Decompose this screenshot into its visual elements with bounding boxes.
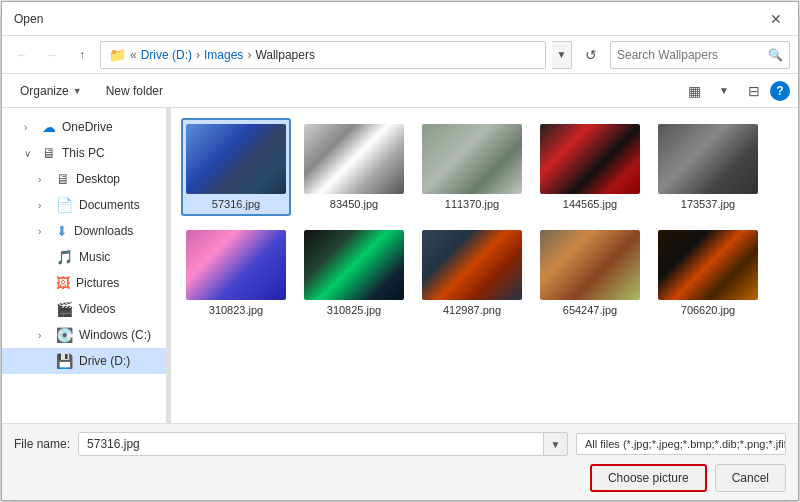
file-thumbnail-706620 — [658, 230, 758, 300]
address-bar: ← → ↑ 📁 « Drive (D:) › Images › Wallpape… — [2, 36, 798, 74]
sidebar-label-thispc: This PC — [62, 146, 105, 160]
breadcrumb-dropdown-button[interactable]: ▼ — [552, 41, 572, 69]
pane-button[interactable]: ⊟ — [740, 78, 768, 104]
file-thumbnail-57316 — [186, 124, 286, 194]
filename-input-wrapper: ▼ — [78, 432, 568, 456]
file-thumbnail-144565 — [540, 124, 640, 194]
file-thumbnail-111370 — [422, 124, 522, 194]
file-thumbnail-310823 — [186, 230, 286, 300]
sidebar-item-videos[interactable]: › 🎬 Videos — [2, 296, 166, 322]
search-icon: 🔍 — [768, 48, 783, 62]
expand-arrow-onedrive: › — [24, 122, 36, 133]
breadcrumb[interactable]: 📁 « Drive (D:) › Images › Wallpapers — [100, 41, 546, 69]
view-dropdown-button[interactable]: ▼ — [710, 78, 738, 104]
sidebar-label-music: Music — [79, 250, 110, 264]
expand-arrow-thispc: ∨ — [24, 148, 36, 159]
view-buttons: ▦ ▼ ⊟ ? — [680, 78, 790, 104]
sidebar-item-documents[interactable]: › 📄 Documents — [2, 192, 166, 218]
videos-icon: 🎬 — [56, 301, 73, 317]
sidebar-label-pictures: Pictures — [76, 276, 119, 290]
sidebar-label-downloads: Downloads — [74, 224, 133, 238]
file-item-654247[interactable]: 654247.jpg — [535, 224, 645, 322]
file-label-310825: 310825.jpg — [327, 304, 381, 316]
sidebar-item-pictures[interactable]: › 🖼 Pictures — [2, 270, 166, 296]
sidebar-item-drive-d[interactable]: › 💾 Drive (D:) — [2, 348, 166, 374]
thispc-icon: 🖥 — [42, 145, 56, 161]
sidebar-label-videos: Videos — [79, 302, 115, 316]
file-label-706620: 706620.jpg — [681, 304, 735, 316]
filetype-display: All files (*.jpg;*.jpeg;*.bmp;*.dib;*.pn… — [576, 433, 786, 455]
sidebar-item-onedrive[interactable]: › ☁ OneDrive — [2, 114, 166, 140]
toolbar: Organize ▼ New folder ▦ ▼ ⊟ ? — [2, 74, 798, 108]
new-folder-label: New folder — [106, 84, 163, 98]
expand-arrow-windows-c: › — [38, 330, 50, 341]
file-thumbnail-412987 — [422, 230, 522, 300]
title-bar: Open ✕ — [2, 2, 798, 36]
sidebar-label-documents: Documents — [79, 198, 140, 212]
new-folder-button[interactable]: New folder — [96, 81, 173, 101]
filename-input[interactable] — [79, 433, 543, 455]
search-bar[interactable]: 🔍 — [610, 41, 790, 69]
documents-icon: 📄 — [56, 197, 73, 213]
sidebar-item-thispc[interactable]: ∨ 🖥 This PC — [2, 140, 166, 166]
forward-button[interactable]: → — [40, 43, 64, 67]
file-thumbnail-83450 — [304, 124, 404, 194]
up-button[interactable]: ↑ — [70, 43, 94, 67]
file-area: 57316.jpg83450.jpg111370.jpg144565.jpg17… — [171, 108, 798, 423]
file-item-310825[interactable]: 310825.jpg — [299, 224, 409, 322]
folder-icon: 📁 — [109, 47, 126, 63]
file-item-173537[interactable]: 173537.jpg — [653, 118, 763, 216]
close-button[interactable]: ✕ — [766, 9, 786, 29]
sidebar-label-drive-d: Drive (D:) — [79, 354, 130, 368]
sidebar-label-windows-c: Windows (C:) — [79, 328, 151, 342]
file-item-144565[interactable]: 144565.jpg — [535, 118, 645, 216]
expand-arrow-desktop: › — [38, 174, 50, 185]
sidebar-item-windows-c[interactable]: › 💽 Windows (C:) — [2, 322, 166, 348]
file-item-412987[interactable]: 412987.png — [417, 224, 527, 322]
help-button[interactable]: ? — [770, 81, 790, 101]
file-grid: 57316.jpg83450.jpg111370.jpg144565.jpg17… — [181, 118, 788, 322]
filename-dropdown-button[interactable]: ▼ — [543, 433, 567, 455]
file-label-654247: 654247.jpg — [563, 304, 617, 316]
file-item-706620[interactable]: 706620.jpg — [653, 224, 763, 322]
sidebar-item-desktop[interactable]: › 🖥 Desktop — [2, 166, 166, 192]
sidebar-label-onedrive: OneDrive — [62, 120, 113, 134]
organize-dropdown-icon: ▼ — [73, 86, 82, 96]
bottom-bar: File name: ▼ All files (*.jpg;*.jpeg;*.b… — [2, 423, 798, 500]
windows-c-icon: 💽 — [56, 327, 73, 343]
organize-button[interactable]: Organize ▼ — [10, 81, 92, 101]
file-item-111370[interactable]: 111370.jpg — [417, 118, 527, 216]
pictures-icon: 🖼 — [56, 275, 70, 291]
file-thumbnail-654247 — [540, 230, 640, 300]
choose-picture-button[interactable]: Choose picture — [590, 464, 707, 492]
file-item-57316[interactable]: 57316.jpg — [181, 118, 291, 216]
organize-label: Organize — [20, 84, 69, 98]
file-label-57316: 57316.jpg — [212, 198, 260, 210]
breadcrumb-wallpapers[interactable]: Wallpapers — [255, 48, 315, 62]
file-label-412987: 412987.png — [443, 304, 501, 316]
back-button[interactable]: ← — [10, 43, 34, 67]
cancel-button[interactable]: Cancel — [715, 464, 786, 492]
sidebar-item-music[interactable]: › 🎵 Music — [2, 244, 166, 270]
view-grid-button[interactable]: ▦ — [680, 78, 708, 104]
refresh-button[interactable]: ↺ — [578, 42, 604, 68]
search-input[interactable] — [617, 48, 764, 62]
dialog-title: Open — [14, 12, 43, 26]
sidebar-label-desktop: Desktop — [76, 172, 120, 186]
expand-arrow-downloads: › — [38, 226, 50, 237]
file-thumbnail-310825 — [304, 230, 404, 300]
buttons-row: Choose picture Cancel — [14, 464, 786, 492]
main-area: › ☁ OneDrive ∨ 🖥 This PC › 🖥 Desktop › 📄… — [2, 108, 798, 423]
sidebar: › ☁ OneDrive ∨ 🖥 This PC › 🖥 Desktop › 📄… — [2, 108, 167, 423]
breadcrumb-images[interactable]: Images — [204, 48, 243, 62]
file-label-310823: 310823.jpg — [209, 304, 263, 316]
filename-row: File name: ▼ All files (*.jpg;*.jpeg;*.b… — [14, 432, 786, 456]
sidebar-item-downloads[interactable]: › ⬇ Downloads — [2, 218, 166, 244]
file-thumbnail-173537 — [658, 124, 758, 194]
file-item-83450[interactable]: 83450.jpg — [299, 118, 409, 216]
breadcrumb-drive[interactable]: Drive (D:) — [141, 48, 192, 62]
file-item-310823[interactable]: 310823.jpg — [181, 224, 291, 322]
file-label-144565: 144565.jpg — [563, 198, 617, 210]
filename-label: File name: — [14, 437, 70, 451]
file-label-173537: 173537.jpg — [681, 198, 735, 210]
